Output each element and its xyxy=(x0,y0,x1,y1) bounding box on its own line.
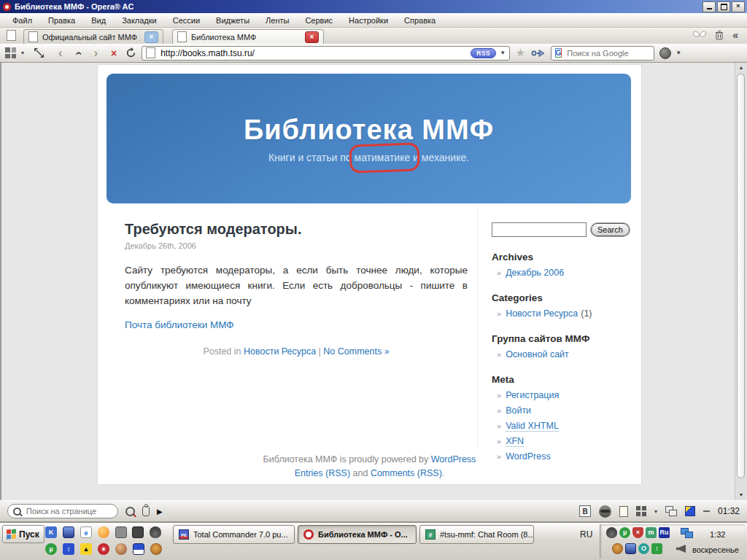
globe-icon[interactable] xyxy=(659,47,671,59)
cascade-windows-icon[interactable] xyxy=(665,506,677,516)
tray-network-icon[interactable] xyxy=(681,528,692,537)
new-page-icon[interactable] xyxy=(7,30,16,41)
address-input[interactable] xyxy=(159,47,467,59)
quick-launch-flashget-icon[interactable]: ↕ xyxy=(63,543,74,555)
forward-button[interactable]: › xyxy=(90,45,102,61)
menu-help[interactable]: Справка xyxy=(396,15,444,26)
minimize-button[interactable] xyxy=(703,1,716,12)
scroll-up-icon[interactable]: ▲ xyxy=(735,63,747,73)
menu-widgets[interactable]: Виджеты xyxy=(208,15,258,26)
menu-view[interactable]: Вид xyxy=(83,15,114,26)
xfn-link[interactable]: XFN xyxy=(506,436,524,447)
quick-launch-bat-icon[interactable]: ▲ xyxy=(80,543,92,555)
menu-settings[interactable]: Настройки xyxy=(341,15,396,26)
tab-official-site[interactable]: Официальный сайт ММФ × xyxy=(23,29,163,44)
tray-antivirus-icon[interactable]: × xyxy=(632,527,643,538)
page-scrollbar[interactable]: ▲ ▼ xyxy=(735,63,747,500)
find-on-page-input[interactable] xyxy=(25,506,131,516)
opera-logo-icon xyxy=(3,3,11,11)
tray-monitor-icon[interactable] xyxy=(625,543,636,554)
toggle-images-icon[interactable]: B xyxy=(579,505,591,517)
rss-badge[interactable]: RSS xyxy=(471,48,496,58)
quick-launch-face-icon[interactable] xyxy=(115,543,127,555)
tab-close-icon[interactable]: × xyxy=(305,31,319,43)
quick-launch-media-player-icon[interactable] xyxy=(132,526,144,538)
quick-launch-ie-icon[interactable]: e xyxy=(80,526,92,538)
reload-icon[interactable] xyxy=(125,47,136,58)
quick-launch-kmplayer-icon[interactable]: K xyxy=(45,526,57,538)
category-news-link[interactable]: Новости Ресурса xyxy=(506,308,578,319)
window-layout-caret-icon[interactable]: ▾ xyxy=(654,508,657,515)
menu-file[interactable]: Файл xyxy=(4,15,40,26)
butterfly-widgets-icon[interactable] xyxy=(693,30,706,40)
menu-edit[interactable]: Правка xyxy=(40,15,83,26)
comments-rss-link[interactable]: Comments (RSS) xyxy=(371,468,442,478)
go-arrow-icon[interactable] xyxy=(531,48,546,58)
bullet-icon: » xyxy=(497,309,501,318)
address-caret-icon[interactable]: ▼ xyxy=(500,50,506,56)
notes-icon[interactable] xyxy=(685,506,695,516)
fit-to-window-icon[interactable] xyxy=(34,47,44,58)
meta-divider: | xyxy=(316,346,323,357)
tile-windows-icon[interactable] xyxy=(5,47,16,58)
quick-launch-spiky-icon[interactable] xyxy=(150,543,162,555)
tile-windows-caret-icon[interactable]: ▾ xyxy=(21,50,24,56)
quick-launch-orange-ball-icon[interactable] xyxy=(98,526,109,538)
login-link[interactable]: Войти xyxy=(506,405,531,416)
tray-flame-icon[interactable] xyxy=(606,527,617,538)
play-icon[interactable]: ▶ xyxy=(157,508,163,516)
start-button[interactable]: Пуск xyxy=(2,525,44,543)
task-chat-room[interactable]: # #tsu-mmf: Chat Room (8... xyxy=(419,525,534,544)
window-layout-icon[interactable] xyxy=(636,506,646,516)
close-button[interactable]: × xyxy=(732,1,745,12)
tray-mirc-icon[interactable]: m xyxy=(646,527,657,538)
bookmark-star-icon[interactable]: ★ xyxy=(515,46,525,60)
category-link[interactable]: Новости Ресурса xyxy=(244,346,316,357)
tray-teal-o-icon[interactable]: O xyxy=(638,543,649,554)
stop-button[interactable]: × xyxy=(107,47,120,59)
sidebar-search-button[interactable]: Search xyxy=(591,223,630,236)
highlight-icon[interactable] xyxy=(142,506,150,516)
tray-spiky-icon[interactable] xyxy=(612,543,623,554)
menu-tools[interactable]: Сервис xyxy=(297,15,341,26)
tray-utorrent-icon[interactable]: µ xyxy=(619,527,630,538)
menu-bookmarks[interactable]: Закладки xyxy=(114,15,165,26)
main-site-link[interactable]: Основной сайт xyxy=(506,349,569,359)
scroll-down-icon[interactable]: ▼ xyxy=(735,490,747,500)
web-search-input[interactable] xyxy=(565,48,672,58)
scrollbar-thumb[interactable] xyxy=(737,74,745,478)
language-indicator[interactable]: RU xyxy=(580,529,592,540)
collapse-chevrons-icon[interactable]: « xyxy=(732,29,738,41)
find-next-icon[interactable] xyxy=(125,507,135,516)
task-opera-library[interactable]: Библиотека ММФ - O... xyxy=(298,525,417,544)
task-total-commander[interactable]: PE Total Commander 7.0 pu... xyxy=(173,525,295,544)
quick-launch-flame-icon[interactable] xyxy=(150,526,161,538)
restore-button[interactable] xyxy=(717,1,730,12)
menu-sessions[interactable]: Сессии xyxy=(165,15,208,26)
tab-library-mmf[interactable]: Библиотека ММФ × xyxy=(172,29,324,44)
tray-updown-icon[interactable]: ↕ xyxy=(651,543,662,554)
quick-launch-opera-icon[interactable]: O xyxy=(98,543,109,555)
archives-link[interactable]: Декабрь 2006 xyxy=(506,268,564,278)
entries-rss-link[interactable]: Entries (RSS) xyxy=(295,468,350,478)
quick-launch-save-icon[interactable] xyxy=(133,543,144,555)
back-button[interactable]: ‹ xyxy=(54,45,66,61)
valid-xhtml-link[interactable]: Valid XHTML xyxy=(506,421,559,432)
quick-launch-tv-icon[interactable] xyxy=(115,526,127,538)
footer-wordpress-link[interactable]: WordPress xyxy=(431,454,476,464)
identify-as-icon[interactable] xyxy=(599,505,611,518)
up-button[interactable]: › xyxy=(71,45,84,61)
tray-punto-ru-icon[interactable]: Ru xyxy=(659,527,670,538)
menu-feeds[interactable]: Ленты xyxy=(258,15,297,26)
search-engine-caret-icon[interactable]: ▼ xyxy=(676,50,681,56)
register-link[interactable]: Регистрация xyxy=(506,390,559,400)
volume-icon[interactable] xyxy=(676,545,686,553)
fit-width-icon[interactable] xyxy=(619,506,628,517)
quick-launch-desktop-icon[interactable] xyxy=(63,526,74,538)
trash-closed-tabs-icon[interactable] xyxy=(715,30,724,40)
quick-launch-utorrent-icon[interactable]: µ xyxy=(45,543,57,555)
sidebar-search-input[interactable] xyxy=(492,222,587,237)
comments-link[interactable]: No Comments » xyxy=(323,346,389,357)
tab-close-icon[interactable]: × xyxy=(144,31,158,43)
mail-link[interactable]: Почта библиотеки ММФ xyxy=(125,319,234,330)
